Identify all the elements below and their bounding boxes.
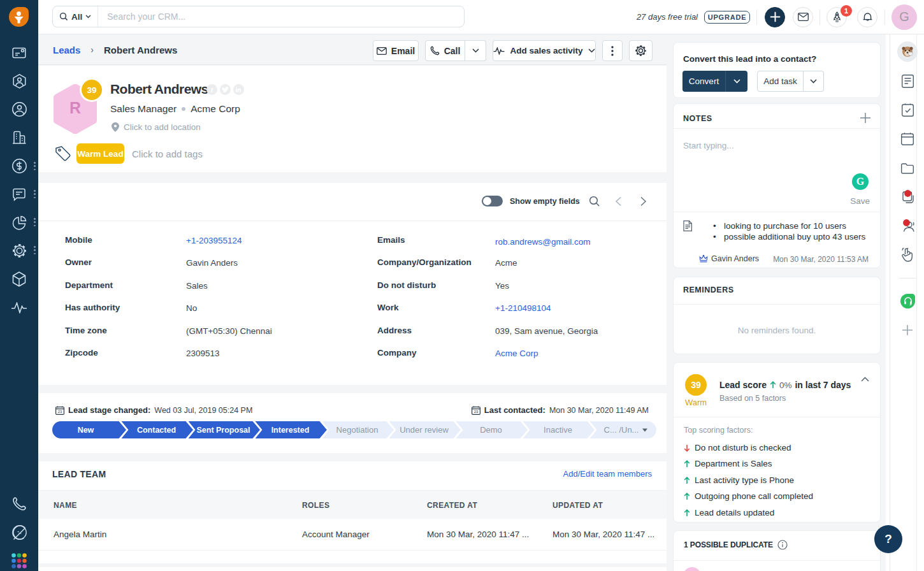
svg-text:23: 23 — [58, 410, 62, 414]
svg-text:Negotiation: Negotiation — [336, 425, 379, 435]
svg-text:Under review: Under review — [400, 425, 449, 435]
svg-text:Interested: Interested — [271, 426, 310, 435]
svg-text:New: New — [78, 426, 94, 435]
svg-text:Sent Proposal: Sent Proposal — [196, 426, 250, 435]
svg-text:Inactive: Inactive — [544, 425, 572, 435]
svg-text:23: 23 — [473, 410, 478, 414]
svg-text:Contacted: Contacted — [137, 426, 176, 435]
svg-text:Demo: Demo — [480, 425, 502, 435]
svg-text:C... /Un...: C... /Un... — [604, 425, 639, 435]
svg-text:R: R — [69, 99, 81, 117]
